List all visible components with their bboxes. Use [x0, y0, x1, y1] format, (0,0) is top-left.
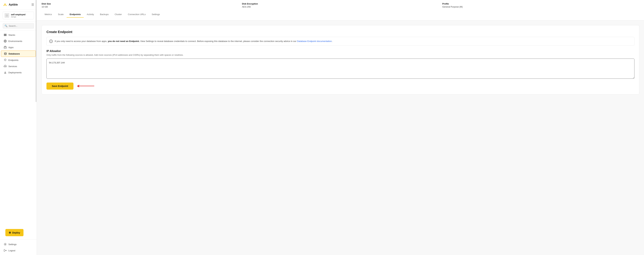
- sidebar-item-label: Stacks: [8, 34, 15, 36]
- org-selector[interactable]: □ self employed Zanga: [3, 12, 34, 19]
- disk-size-value: 10 GB: [42, 6, 239, 8]
- svg-rect-2: [4, 34, 6, 34]
- notice-link-suffix: .: [332, 40, 332, 42]
- svg-point-11: [5, 244, 6, 245]
- main-content: Disk Size 10 GB Disk Encryption AES-256 …: [37, 0, 644, 255]
- search-input[interactable]: [9, 25, 32, 27]
- tab-settings[interactable]: Settings: [148, 12, 163, 18]
- sidebar-item-environments[interactable]: Environments: [1, 38, 36, 44]
- svg-rect-1: [4, 35, 6, 35]
- notice-link[interactable]: Database Endpoint documentation: [297, 40, 332, 42]
- sidebar: Aptible ☰ □ self employed Zanga 🔍 Stacks: [0, 0, 37, 255]
- notice-bold: you do not need an Endpoint.: [108, 40, 140, 42]
- sidebar-item-label: Settings: [8, 243, 16, 246]
- search-icon: 🔍: [4, 24, 8, 27]
- sidebar-item-databases[interactable]: Databases: [1, 50, 36, 57]
- create-endpoint-card: Create Endpoint i If you only need to ac…: [42, 25, 639, 94]
- disk-encryption-label: Disk Encryption: [242, 3, 439, 5]
- svg-rect-6: [4, 47, 6, 48]
- tab-cluster[interactable]: Cluster: [112, 12, 125, 18]
- arrow-head: [77, 85, 79, 88]
- diamond-icon: [4, 58, 7, 62]
- sidebar-item-label: Deployments: [8, 71, 22, 74]
- sidebar-item-endpoints[interactable]: Endpoints: [1, 57, 36, 63]
- plus-circle-icon: ⊕: [9, 231, 11, 234]
- hamburger-icon[interactable]: ☰: [31, 3, 34, 6]
- info-notice: i If you only need to access your databa…: [46, 37, 634, 46]
- disk-size-label: Disk Size: [42, 3, 239, 5]
- org-info: self employed Zanga: [11, 13, 26, 18]
- svg-rect-0: [4, 36, 6, 36]
- sidebar-item-label: Databases: [8, 52, 20, 55]
- tab-metrics[interactable]: Metrics: [42, 12, 55, 18]
- deploy-button-label: Deploy: [12, 231, 20, 234]
- nav-items: Stacks Environments Apps Databases Endpo: [0, 30, 37, 226]
- arrow-indicator: [77, 85, 94, 88]
- info-profile: Profile General Purpose (M): [442, 3, 639, 8]
- svg-point-8: [4, 53, 6, 54]
- aptible-logo-icon: [3, 2, 8, 7]
- search-box[interactable]: 🔍: [3, 23, 34, 28]
- sidebar-item-services[interactable]: Services: [1, 63, 36, 69]
- layers-icon: [4, 34, 7, 36]
- tab-connection-urls[interactable]: Connection URLs: [125, 12, 149, 18]
- sidebar-item-label: Endpoints: [8, 59, 18, 62]
- tab-activity[interactable]: Activity: [84, 12, 97, 18]
- gear-icon: [4, 243, 7, 246]
- ip-allowlist-title: IP Allowlist: [46, 50, 634, 53]
- cloud-upload-icon: [4, 65, 7, 68]
- profile-label: Profile: [442, 3, 639, 5]
- deployments-icon: [4, 71, 7, 74]
- database-icon: [4, 52, 7, 55]
- content-area: Create Endpoint i If you only need to ac…: [37, 20, 644, 99]
- save-endpoint-button[interactable]: Save Endpoint: [46, 82, 74, 90]
- tabs: Metrics Scale Endpoints Activity Backups…: [42, 11, 639, 18]
- sidebar-item-apps[interactable]: Apps: [1, 44, 36, 50]
- sidebar-header: Aptible ☰: [0, 0, 37, 10]
- profile-value: General Purpose (M): [442, 6, 639, 8]
- ip-allowlist-textarea[interactable]: [46, 58, 634, 79]
- info-grid: Disk Size 10 GB Disk Encryption AES-256 …: [42, 3, 639, 8]
- top-info-bar: Disk Size 10 GB Disk Encryption AES-256 …: [37, 0, 644, 20]
- sidebar-item-logout[interactable]: Logout: [1, 248, 36, 254]
- sidebar-item-deployments[interactable]: Deployments: [1, 70, 36, 76]
- org-name: self employed: [11, 13, 26, 16]
- tab-scale[interactable]: Scale: [55, 12, 67, 18]
- search-section: 🔍: [0, 22, 37, 30]
- sidebar-item-stacks[interactable]: Stacks: [1, 32, 36, 38]
- info-disk-encryption: Disk Encryption AES-256: [242, 3, 439, 8]
- tab-endpoints[interactable]: Endpoints: [66, 12, 84, 18]
- notice-text-after: View Settings to reveal database credent…: [140, 40, 297, 42]
- bottom-nav: Settings Logout: [0, 240, 37, 255]
- logout-icon: [4, 249, 7, 252]
- arrow-line: [79, 86, 94, 86]
- notice-text-before: If you only need to access your database…: [55, 40, 108, 42]
- info-disk-size: Disk Size 10 GB: [42, 3, 239, 8]
- notice-text: If you only need to access your database…: [55, 40, 332, 43]
- box-icon: [4, 46, 7, 49]
- ip-allowlist-desc: Only traffic from the following sources …: [46, 54, 634, 56]
- logo: Aptible: [3, 2, 18, 7]
- tab-backups[interactable]: Backups: [97, 12, 112, 18]
- svg-rect-9: [4, 59, 6, 61]
- org-section: □ self employed Zanga: [0, 10, 37, 22]
- org-icon: □: [4, 13, 9, 18]
- info-circle-icon: i: [49, 40, 53, 43]
- sidebar-item-label: Apps: [8, 46, 14, 49]
- disk-encryption-value: AES-256: [242, 6, 439, 8]
- org-sub: Zanga: [11, 16, 26, 18]
- create-endpoint-title: Create Endpoint: [46, 30, 634, 34]
- deploy-button[interactable]: ⊕ Deploy: [5, 229, 24, 236]
- sidebar-item-label: Services: [8, 65, 17, 68]
- deploy-section: ⊕ Deploy: [0, 226, 37, 240]
- globe-icon: [4, 40, 7, 42]
- sidebar-item-settings[interactable]: Settings: [1, 241, 36, 247]
- save-row: Save Endpoint: [46, 82, 634, 90]
- logo-text: Aptible: [9, 3, 18, 6]
- sidebar-item-label: Environments: [8, 40, 22, 42]
- sidebar-item-label: Logout: [8, 249, 15, 252]
